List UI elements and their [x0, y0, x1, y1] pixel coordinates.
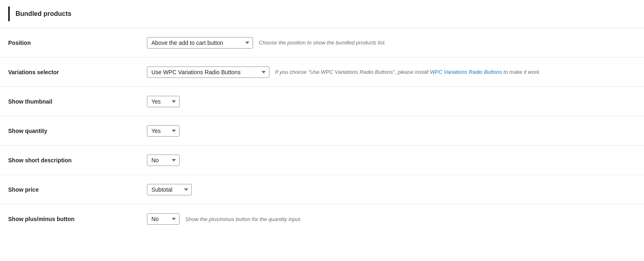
row-position: Position Above the add to cart button Ch…	[0, 28, 644, 58]
control-show-short-description: Yes No	[147, 155, 636, 166]
select-show-quantity[interactable]: Yes No	[147, 125, 180, 137]
control-position: Above the add to cart button Choose the …	[147, 37, 636, 49]
section-header: Bundled products	[0, 0, 644, 28]
row-show-plus-minus: Show plus/minus button Yes No Show the p…	[0, 204, 644, 234]
row-variations-selector: Variations selector Use WPC Variations R…	[0, 58, 644, 87]
settings-rows: Position Above the add to cart button Ch…	[0, 28, 644, 234]
description-plus-minus: Show the plus/minus button for the quant…	[185, 216, 302, 222]
control-show-plus-minus: Yes No Show the plus/minus button for th…	[147, 213, 636, 225]
description-prefix: If you choose "Use WPC Variations Radio …	[275, 69, 430, 75]
label-variations-selector: Variations selector	[8, 69, 147, 75]
control-show-thumbnail: Yes No	[147, 96, 636, 107]
row-show-price: Show price Subtotal Price No	[0, 175, 644, 204]
label-show-quantity: Show quantity	[8, 128, 147, 134]
select-show-plus-minus[interactable]: Yes No	[147, 213, 180, 225]
select-show-short-description[interactable]: Yes No	[147, 155, 180, 166]
row-show-short-description: Show short description Yes No	[0, 146, 644, 175]
row-show-quantity: Show quantity Yes No	[0, 116, 644, 146]
control-show-quantity: Yes No	[147, 125, 636, 137]
description-suffix: to make it work.	[502, 69, 541, 75]
select-show-price[interactable]: Subtotal Price No	[147, 184, 192, 195]
row-show-thumbnail: Show thumbnail Yes No	[0, 87, 644, 116]
select-position[interactable]: Above the add to cart button	[147, 37, 253, 49]
description-position: Choose the position to show the bundled …	[259, 40, 386, 46]
label-show-thumbnail: Show thumbnail	[8, 98, 147, 105]
select-variations-selector[interactable]: Use WPC Variations Radio Buttons	[147, 66, 269, 78]
label-show-price: Show price	[8, 186, 147, 193]
settings-page: Bundled products Position Above the add …	[0, 0, 644, 261]
control-variations-selector: Use WPC Variations Radio Buttons If you …	[147, 66, 636, 78]
description-variations-selector: If you choose "Use WPC Variations Radio …	[275, 69, 541, 75]
control-show-price: Subtotal Price No	[147, 184, 636, 195]
wpc-variations-link[interactable]: WPC Variations Radio Buttons	[430, 69, 502, 75]
section-header-bar	[8, 7, 10, 21]
label-show-plus-minus: Show plus/minus button	[8, 216, 147, 222]
label-show-short-description: Show short description	[8, 157, 147, 164]
select-show-thumbnail[interactable]: Yes No	[147, 96, 180, 107]
label-position: Position	[8, 40, 147, 46]
section-title: Bundled products	[16, 10, 71, 18]
